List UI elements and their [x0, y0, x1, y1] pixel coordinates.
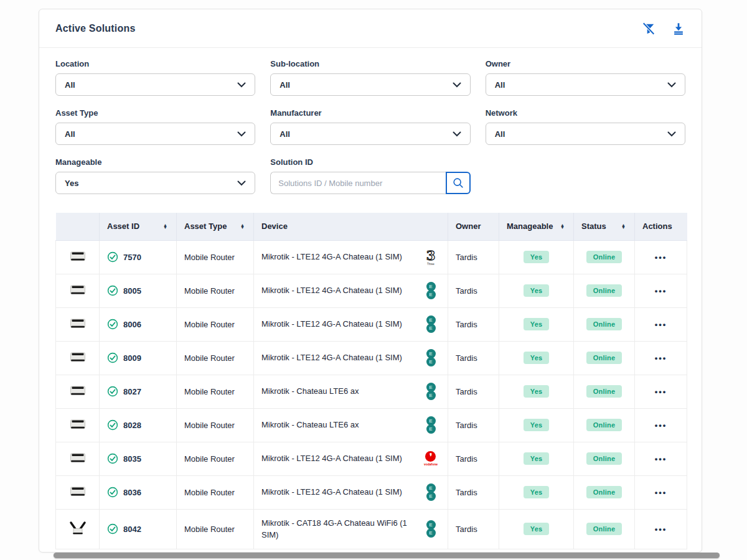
select-value: All [495, 80, 505, 90]
status-badge: Online [586, 486, 622, 498]
filter-manageable: Manageable Yes [55, 157, 255, 194]
filter-label: Manageable [55, 157, 255, 167]
device-thumbnail [68, 249, 88, 264]
manufacturer-select[interactable]: All [270, 123, 470, 145]
row-actions-icon[interactable]: ••• [655, 454, 667, 464]
filter-network: Network All [486, 108, 685, 145]
status-badge: Online [586, 318, 622, 330]
status-badge: Online [586, 385, 622, 398]
owner: Tardis [448, 408, 499, 442]
row-actions-icon[interactable]: ••• [655, 286, 667, 296]
asset-id: 8006 [123, 320, 141, 329]
manageable-badge: Yes [524, 352, 550, 364]
table-row: 8028 Mobile Router Mikrotik - Chateau LT… [56, 408, 687, 442]
asset-id: 8036 [123, 488, 141, 497]
filter-solution-id: Solution ID [270, 157, 470, 194]
select-value: All [495, 129, 505, 139]
device-thumbnail [68, 282, 88, 297]
sort-icon[interactable]: ▲▼ [240, 224, 246, 229]
column-asset-id[interactable]: Asset ID▲▼ [100, 213, 177, 240]
select-value: All [65, 129, 75, 139]
device-thumbnail [68, 450, 88, 465]
clear-filter-icon[interactable] [642, 22, 655, 35]
asset-id: 7570 [123, 253, 141, 262]
column-status[interactable]: Status▲▼ [574, 213, 635, 240]
row-actions-icon[interactable]: ••• [655, 488, 667, 497]
table-row: 8035 Mobile Router Mikrotik - LTE12 4G-A… [56, 442, 687, 475]
column-manageable[interactable]: Manageable▲▼ [499, 213, 574, 240]
horizontal-scrollbar[interactable] [54, 553, 720, 558]
filter-asset-type: Asset Type All [55, 108, 255, 145]
filter-label: Network [486, 108, 685, 118]
filter-label: Asset Type [55, 108, 255, 118]
sort-icon[interactable]: ▲▼ [163, 224, 169, 229]
manageable-badge: Yes [524, 284, 550, 297]
carrier-logo-three-icon: 3Three [426, 249, 436, 266]
verified-check-icon [107, 285, 118, 296]
download-export-icon[interactable] [672, 22, 685, 35]
status-badge: Online [586, 523, 622, 535]
chevron-down-icon [237, 82, 246, 88]
sub-location-select[interactable]: All [270, 73, 470, 96]
row-actions-icon[interactable]: ••• [655, 353, 667, 363]
carrier-logo-ee-icon: EE [426, 416, 436, 434]
row-actions-icon[interactable]: ••• [655, 421, 667, 430]
carrier-logo-ee-icon: EE [426, 282, 436, 299]
verified-check-icon [107, 453, 118, 464]
sort-icon[interactable]: ▲▼ [560, 224, 566, 229]
device-name: Mikrotik - Chateau LTE6 ax [261, 419, 416, 431]
card-header: Active Solutions [39, 9, 702, 48]
device-thumbnail [68, 316, 88, 331]
owner: Tardis [448, 475, 499, 509]
filter-label: Owner [486, 59, 685, 68]
select-value: All [65, 80, 75, 90]
table-row: 8006 Mobile Router Mikrotik - LTE12 4G-A… [56, 307, 687, 341]
verified-check-icon [107, 487, 118, 498]
header-icons [642, 22, 685, 35]
column-owner: Owner [448, 213, 499, 240]
manageable-badge: Yes [524, 486, 550, 498]
solutions-table: Asset ID▲▼ Asset Type▲▼ Device Owner Man… [55, 213, 685, 549]
carrier-logo: EE [421, 383, 440, 400]
owner: Tardis [448, 274, 499, 307]
row-actions-icon[interactable]: ••• [655, 387, 667, 396]
status-badge: Online [586, 452, 622, 465]
owner: Tardis [448, 442, 499, 475]
search-button[interactable] [446, 172, 471, 194]
device-thumbnail [68, 350, 88, 365]
asset-type-select[interactable]: All [55, 123, 255, 145]
sort-icon[interactable]: ▲▼ [621, 224, 627, 229]
owner-select[interactable]: All [486, 73, 685, 96]
asset-type: Mobile Router [177, 475, 254, 509]
carrier-logo: EE [421, 349, 440, 366]
search-icon [452, 177, 464, 189]
filter-label: Location [55, 59, 255, 68]
row-actions-icon[interactable]: ••• [655, 253, 667, 262]
status-badge: Online [586, 419, 622, 431]
chevron-down-icon [237, 180, 246, 186]
select-value: All [280, 129, 290, 139]
manageable-select[interactable]: Yes [55, 172, 255, 194]
active-solutions-card: Active Solutions Location [39, 9, 702, 553]
asset-type: Mobile Router [177, 307, 254, 341]
device-name: Mikrotik - LTE12 4G-A Chateau (1 SIM) [261, 251, 416, 263]
column-actions: Actions [635, 213, 687, 240]
solution-id-input[interactable] [270, 172, 445, 194]
network-select[interactable]: All [486, 123, 685, 145]
status-badge: Online [586, 352, 622, 364]
table-row: 7570 Mobile Router Mikrotik - LTE12 4G-A… [56, 240, 687, 274]
carrier-logo-vodafone-icon: ❜vodafone [424, 451, 438, 466]
filter-label: Manufacturer [270, 108, 470, 118]
carrier-logo: 3Three [421, 249, 440, 266]
asset-type: Mobile Router [177, 375, 254, 408]
row-actions-icon[interactable]: ••• [655, 525, 667, 534]
asset-type: Mobile Router [177, 442, 254, 475]
chevron-down-icon [453, 82, 461, 88]
row-actions-icon[interactable]: ••• [655, 320, 667, 329]
manageable-badge: Yes [524, 251, 550, 263]
column-asset-type[interactable]: Asset Type▲▼ [177, 213, 254, 240]
verified-check-icon [107, 523, 118, 534]
owner: Tardis [448, 240, 499, 274]
filter-location: Location All [55, 59, 255, 96]
location-select[interactable]: All [55, 73, 255, 96]
